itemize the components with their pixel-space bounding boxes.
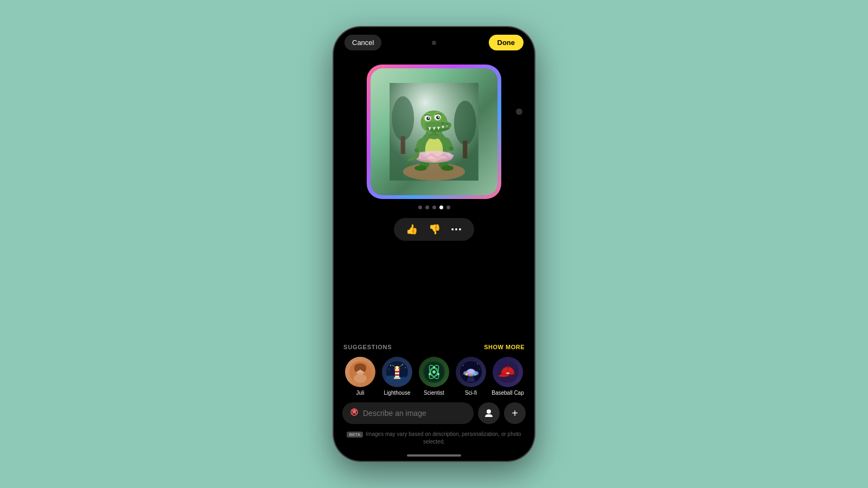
svg-point-18: [414, 148, 419, 152]
feedback-bar: 👍 👎 •••: [394, 218, 475, 241]
svg-point-46: [405, 367, 406, 368]
camera-dot: [432, 41, 436, 45]
scientist-avatar-svg: [423, 361, 445, 383]
baseball-avatar-svg: [497, 361, 519, 383]
svg-point-76: [474, 373, 476, 375]
plus-icon: +: [512, 407, 518, 420]
svg-point-59: [432, 370, 436, 374]
svg-rect-50: [395, 374, 399, 376]
svg-point-73: [468, 369, 474, 374]
suggestion-juli[interactable]: Juli: [343, 357, 377, 396]
suggestions-section: SUGGESTIONS SHOW MORE: [334, 334, 534, 396]
juli-avatar-svg: [349, 361, 371, 383]
disclaimer-content: Images may vary based on description, pe…: [366, 431, 521, 445]
suggestion-icon-lighthouse: [382, 357, 412, 387]
dot-4[interactable]: [439, 206, 443, 209]
svg-rect-48: [395, 369, 399, 377]
suggestion-icon-baseball: [493, 357, 523, 387]
dot-2[interactable]: [425, 206, 429, 209]
svg-rect-53: [394, 377, 400, 379]
home-bar: [334, 450, 534, 461]
svg-point-11: [414, 165, 427, 171]
spark-svg: [350, 408, 359, 416]
svg-point-40: [354, 364, 359, 372]
svg-point-69: [462, 374, 462, 375]
more-options-button[interactable]: •••: [451, 225, 463, 234]
svg-point-67: [477, 363, 478, 364]
phone-screen: Cancel Done: [334, 27, 534, 461]
suggestion-label-lighthouse: Lighthouse: [384, 390, 411, 396]
person-icon: [484, 408, 494, 418]
page-dots: [418, 206, 450, 209]
generated-image-container: [369, 67, 499, 197]
svg-point-2: [392, 97, 414, 141]
suggestions-label: SUGGESTIONS: [343, 344, 392, 350]
generated-image: [371, 68, 497, 195]
text-input-wrapper[interactable]: [342, 402, 474, 424]
beta-badge: BETA: [347, 432, 362, 438]
svg-point-82: [487, 409, 491, 414]
image-area: 👍 👎 •••: [334, 56, 534, 334]
lighthouse-avatar-svg: [386, 361, 408, 383]
flash-light: [516, 108, 522, 115]
thumbs-down-button[interactable]: 👎: [429, 223, 441, 235]
suggestions-row: Juli: [343, 357, 525, 396]
suggestion-label-scifi: Sci-fi: [465, 390, 477, 396]
dot-5[interactable]: [446, 206, 450, 209]
svg-rect-5: [463, 140, 467, 158]
suggestion-label-scientist: Scientist: [424, 390, 444, 396]
describe-image-input[interactable]: [363, 409, 466, 418]
scifi-avatar-svg: [460, 361, 482, 383]
cancel-button[interactable]: Cancel: [344, 35, 381, 50]
disclaimer-area: BETA Images may vary based on descriptio…: [334, 427, 534, 450]
suggestion-lighthouse[interactable]: Lighthouse: [380, 357, 414, 396]
suggestion-scifi[interactable]: Sci-fi: [454, 357, 488, 396]
svg-point-29: [428, 117, 429, 118]
show-more-button[interactable]: SHOW MORE: [484, 344, 525, 350]
svg-point-35: [354, 374, 367, 383]
svg-rect-4: [401, 136, 405, 154]
svg-point-47: [388, 369, 389, 369]
home-indicator: [407, 454, 461, 457]
thumbs-up-button[interactable]: 👍: [406, 223, 418, 235]
suggestion-baseball-cap[interactable]: Baseball Cap: [491, 357, 525, 396]
input-row: +: [342, 402, 526, 424]
crocodile-illustration: [385, 83, 483, 181]
suggestion-icon-scifi: [456, 357, 486, 387]
camera-indicator: [432, 41, 436, 45]
disclaimer-text: BETA Images may vary based on descriptio…: [342, 431, 526, 446]
svg-point-19: [449, 146, 454, 151]
done-button[interactable]: Done: [489, 35, 524, 50]
suggestion-icon-scientist: [419, 357, 449, 387]
svg-point-62: [429, 373, 431, 375]
suggestion-label-baseball: Baseball Cap: [492, 390, 524, 396]
top-bar: Cancel Done: [334, 27, 534, 56]
svg-point-32: [442, 122, 444, 125]
suggestion-icon-juli: [345, 357, 375, 387]
svg-point-74: [465, 373, 468, 375]
input-area: +: [334, 396, 534, 427]
suggestions-header: SUGGESTIONS SHOW MORE: [343, 344, 525, 350]
svg-point-3: [454, 101, 476, 145]
suggestion-label-juli: Juli: [356, 390, 364, 396]
svg-point-12: [441, 165, 454, 171]
suggestion-scientist[interactable]: Scientist: [417, 357, 451, 396]
person-button[interactable]: [478, 402, 500, 424]
phone-frame: Cancel Done: [334, 27, 534, 461]
dot-3[interactable]: [432, 206, 436, 209]
dot-1[interactable]: [418, 206, 422, 209]
svg-point-41: [362, 364, 366, 372]
svg-point-61: [437, 373, 439, 375]
svg-point-68: [479, 369, 480, 369]
svg-point-30: [438, 117, 439, 118]
svg-point-60: [433, 367, 435, 369]
svg-rect-49: [395, 371, 399, 373]
add-button[interactable]: +: [504, 402, 526, 424]
svg-point-6: [403, 163, 465, 181]
spark-icon: [350, 408, 359, 419]
svg-point-66: [463, 365, 464, 366]
svg-point-31: [446, 123, 449, 126]
svg-point-44: [390, 365, 391, 366]
